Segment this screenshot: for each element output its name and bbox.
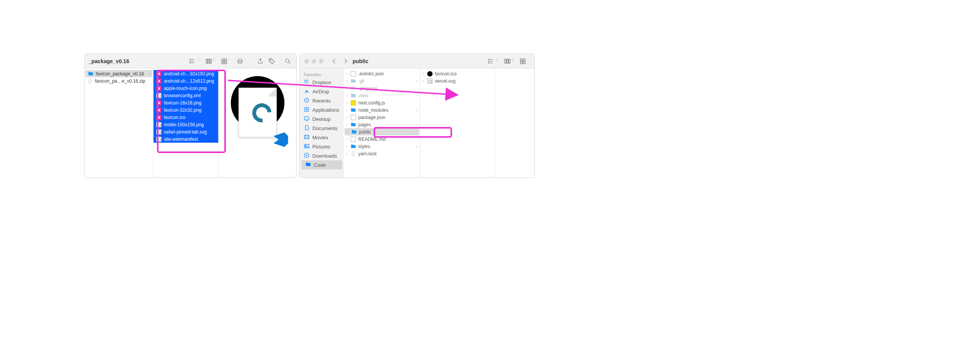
column-view: favicon_package_v0.16›favicon_pa…e_v0.16… bbox=[85, 68, 296, 178]
svg-point-1 bbox=[190, 61, 191, 62]
view-gallery-icon[interactable] bbox=[518, 57, 528, 66]
chevron-right-icon: › bbox=[415, 129, 417, 135]
chevron-updown-icon[interactable]: ˄˅ bbox=[213, 59, 215, 63]
nav-back-icon[interactable] bbox=[329, 57, 340, 66]
view-list-icon[interactable] bbox=[486, 57, 497, 66]
chevron-right-icon: › bbox=[416, 144, 418, 149]
sidebar-item-label: AirDrop bbox=[312, 89, 329, 94]
file-name: safari-pinned-tab.svg bbox=[164, 129, 207, 135]
view-columns-icon[interactable] bbox=[203, 57, 214, 66]
svg-point-0 bbox=[190, 59, 191, 60]
chevron-updown-icon[interactable]: ˄˅ bbox=[512, 59, 514, 63]
file-row[interactable]: mstile-150x150.png bbox=[154, 121, 218, 128]
file-row[interactable]: ›favicon.ico bbox=[420, 70, 495, 77]
svg-point-18 bbox=[488, 62, 489, 63]
sidebar-item-label: Applications bbox=[312, 107, 339, 113]
svg-rect-29 bbox=[304, 117, 309, 120]
file-row[interactable]: ›styles› bbox=[344, 143, 420, 150]
share-icon[interactable] bbox=[255, 57, 266, 66]
sidebar-item-dropbox[interactable]: Dropbox bbox=[300, 78, 344, 87]
sidebar-item-desktop[interactable]: Desktop bbox=[300, 114, 344, 124]
svg-rect-22 bbox=[520, 59, 522, 61]
chevron-down-icon[interactable]: ˅ bbox=[245, 60, 247, 62]
sidebar-item-documents[interactable]: Documents bbox=[300, 124, 344, 133]
apps-icon bbox=[304, 106, 310, 114]
svg-rect-6 bbox=[222, 59, 224, 61]
file-row[interactable]: ›.git› bbox=[344, 77, 420, 85]
sidebar-item-movies[interactable]: Movies bbox=[300, 133, 344, 142]
file-row[interactable]: safari-pinned-tab.svg bbox=[154, 128, 218, 135]
chevron-icon: › bbox=[346, 144, 348, 149]
file-name: public bbox=[359, 129, 371, 135]
file-name: .git bbox=[358, 78, 364, 84]
folder-icon bbox=[305, 161, 311, 169]
file-name: apple-touch-icon.png bbox=[164, 86, 207, 91]
chevron-icon: › bbox=[347, 129, 348, 135]
sidebar-item-label: Recents bbox=[312, 98, 331, 104]
file-row[interactable]: ›package.json bbox=[344, 114, 420, 121]
svg-rect-7 bbox=[225, 59, 227, 61]
sidebar-item-recents[interactable]: Recents bbox=[300, 96, 344, 105]
file-row[interactable]: ›.gitignore bbox=[344, 85, 420, 92]
file-row[interactable]: ›README.md bbox=[344, 135, 420, 143]
svg-point-14 bbox=[270, 59, 271, 60]
window-title: public bbox=[353, 58, 368, 64]
sidebar-item-pictures[interactable]: Pictures bbox=[300, 142, 344, 151]
chevron-updown-icon[interactable]: ˄˅ bbox=[198, 59, 199, 63]
recents-icon bbox=[304, 97, 310, 104]
file-row[interactable]: favicon-16x16.png bbox=[154, 99, 218, 106]
file-row[interactable]: ›vercel.svg bbox=[420, 77, 495, 85]
column-1[interactable]: ›.eslintrc.json›.git››.gitignore›.next››… bbox=[344, 68, 420, 178]
svg-rect-9 bbox=[225, 62, 227, 64]
file-row[interactable]: ›next.config.js bbox=[344, 99, 420, 106]
column-2[interactable]: android-ch…92x192.pngandroid-ch…12x512.p… bbox=[154, 68, 219, 178]
column-1[interactable]: favicon_package_v0.16›favicon_pa…e_v0.16… bbox=[85, 68, 154, 178]
file-row[interactable]: favicon-32x32.png bbox=[154, 106, 218, 114]
traffic-lights[interactable] bbox=[304, 59, 323, 64]
window-title: _package_v0.16 bbox=[88, 58, 129, 64]
search-icon[interactable] bbox=[283, 57, 293, 66]
view-columns-icon[interactable] bbox=[502, 57, 513, 66]
file-row[interactable]: favicon_package_v0.16› bbox=[85, 70, 152, 77]
tag-icon[interactable] bbox=[266, 57, 277, 66]
file-row[interactable]: ›node_modules› bbox=[344, 106, 420, 114]
file-row[interactable]: site.webmanifest bbox=[154, 135, 218, 143]
file-row[interactable]: ›.eslintrc.json bbox=[344, 70, 420, 77]
file-name: pages bbox=[358, 122, 371, 127]
sidebar-item-label: Pictures bbox=[312, 144, 330, 150]
file-name: .next bbox=[358, 93, 368, 98]
file-row[interactable]: ›pages› bbox=[344, 121, 420, 128]
file-name: vercel.svg bbox=[435, 78, 456, 84]
sidebar-item-airdrop[interactable]: AirDrop bbox=[300, 87, 344, 96]
file-name: next.config.js bbox=[358, 100, 385, 106]
sidebar-item-applications[interactable]: Applications bbox=[300, 105, 344, 114]
file-row[interactable]: android-ch…92x192.png bbox=[154, 70, 218, 77]
chevron-icon: › bbox=[346, 93, 348, 98]
svg-rect-20 bbox=[507, 59, 508, 63]
chevron-updown-icon[interactable]: ˄˅ bbox=[496, 59, 498, 63]
action-menu-icon[interactable] bbox=[235, 57, 245, 66]
docs-icon bbox=[304, 125, 310, 132]
file-row[interactable]: ›public› bbox=[345, 128, 419, 135]
file-row[interactable]: android-ch…12x512.png bbox=[154, 77, 218, 85]
file-row[interactable]: browserconfig.xml bbox=[154, 92, 218, 99]
sidebar-item-label: Dropbox bbox=[312, 80, 331, 85]
nav-forward-icon[interactable] bbox=[340, 57, 351, 66]
column-2[interactable]: ›favicon.ico›vercel.svg bbox=[420, 68, 495, 178]
file-row[interactable]: apple-touch-icon.png bbox=[154, 85, 218, 92]
view-list-icon[interactable] bbox=[188, 57, 198, 66]
file-name: favicon.ico bbox=[435, 71, 457, 77]
svg-rect-23 bbox=[523, 59, 525, 61]
sidebar: Favorites DropboxAirDropRecentsApplicati… bbox=[300, 68, 344, 178]
sidebar-item-downloads[interactable]: Downloads bbox=[300, 151, 344, 160]
file-row[interactable]: ›yarn.lock bbox=[344, 150, 420, 157]
view-gallery-icon[interactable] bbox=[219, 57, 230, 66]
file-row[interactable]: favicon_pa…e_v0.16.zip bbox=[85, 77, 153, 85]
chevron-icon: › bbox=[346, 137, 348, 142]
chevron-down-icon[interactable]: ˅ bbox=[229, 60, 231, 62]
chevron-icon: › bbox=[346, 71, 348, 77]
file-row[interactable]: favicon.ico bbox=[154, 114, 218, 121]
sidebar-item-code[interactable]: Code bbox=[301, 160, 342, 169]
file-row[interactable]: ›.next› bbox=[344, 92, 420, 99]
svg-point-15 bbox=[286, 59, 289, 62]
